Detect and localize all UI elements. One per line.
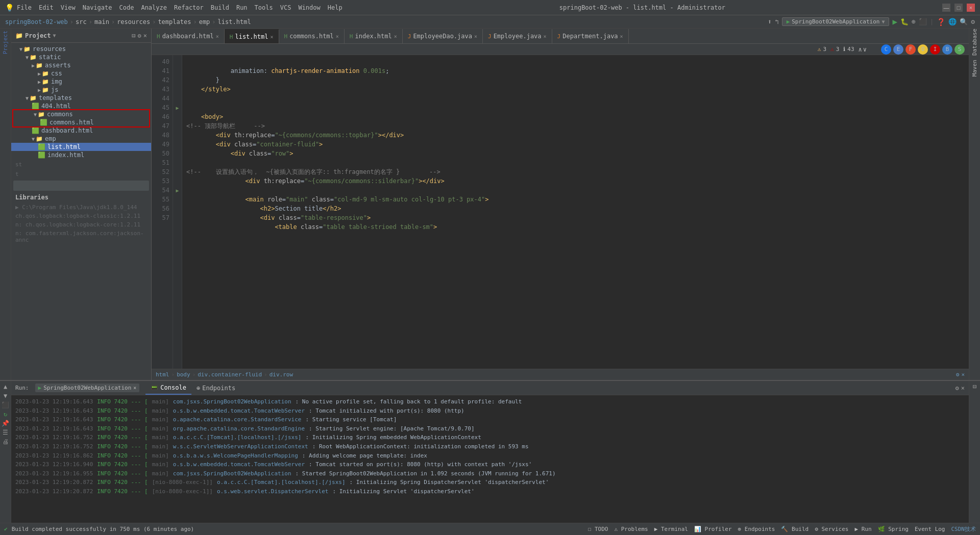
bottom-collapse-icon[interactable]: × <box>961 385 965 392</box>
breadcrumb-file[interactable]: list.html <box>218 18 251 26</box>
tab-index[interactable]: H index.html × <box>345 29 403 43</box>
menu-tools[interactable]: Tools <box>255 4 273 11</box>
explorer-icon[interactable]: I <box>930 44 940 55</box>
run-line-icon[interactable]: ▶ <box>176 105 179 111</box>
menu-file[interactable]: File <box>17 4 32 11</box>
brave-icon[interactable]: B <box>942 44 952 55</box>
tree-img[interactable]: ▶ 📁 img <box>11 78 151 86</box>
menu-help[interactable]: Help <box>328 4 342 11</box>
profiler-label[interactable]: 📊 Profiler <box>694 526 732 532</box>
tab-commons[interactable]: H commons.html × <box>279 29 345 43</box>
menu-navigate[interactable]: Navigate <box>83 4 112 11</box>
back-icon[interactable]: ↰ <box>775 18 779 26</box>
breadcrumb-main[interactable]: main <box>94 18 109 26</box>
prev-issue-icon[interactable]: ∧ <box>859 46 862 53</box>
tree-css[interactable]: ▶ 📁 css <box>11 69 151 78</box>
database-panel-label[interactable]: Database <box>971 29 978 60</box>
terminal-label[interactable]: ▶ Terminal <box>654 526 688 532</box>
close-tab-icon[interactable]: × <box>270 34 273 40</box>
tree-static[interactable]: ▼ 📁 static <box>11 53 151 61</box>
library-3[interactable]: n: ch.qos.logback:logback-core:1.2.11 <box>11 220 151 229</box>
endpoints-status-label[interactable]: ⊕ Endpoints <box>738 526 775 532</box>
debug-button[interactable]: 🐛 <box>900 18 909 26</box>
tree-dashboard[interactable]: 🟩 dashboard.html <box>11 126 151 135</box>
close-tab-icon[interactable]: × <box>474 34 477 39</box>
breadcrumb-emp[interactable]: emp <box>199 18 210 26</box>
close-button[interactable]: × <box>967 4 975 12</box>
tab-employeedao[interactable]: J EmployeeDao.java × <box>403 29 483 43</box>
menu-code[interactable]: Code <box>119 4 134 11</box>
library-1[interactable]: ▶ C:\Program Files\Java\jdk1.8.0_144 <box>11 203 151 212</box>
run-button[interactable]: ▶ <box>892 17 897 27</box>
tree-js[interactable]: ▶ 📁 js <box>11 86 151 94</box>
menu-run[interactable]: Run <box>236 4 248 11</box>
tree-emp[interactable]: ▼ 📁 emp <box>11 135 151 143</box>
tree-commons-html[interactable]: 🟩 commons.html <box>13 118 149 126</box>
maven-panel-label[interactable]: Maven <box>971 60 978 107</box>
spring-label[interactable]: 🌿 Spring <box>878 526 909 532</box>
close-tab-icon[interactable]: × <box>544 34 547 39</box>
run-app-close[interactable]: × <box>133 385 136 391</box>
coverage-button[interactable]: ⊕ <box>912 18 916 26</box>
menu-view[interactable]: View <box>61 4 76 11</box>
menu-edit[interactable]: Edit <box>39 4 54 11</box>
breadcrumb-settings-icon[interactable]: ⚙ <box>956 371 960 378</box>
code-content[interactable]: animation: chartjs-render-animation 0.00… <box>182 55 969 369</box>
tree-commons[interactable]: ▼ 📁 commons <box>13 110 149 118</box>
bottom-settings-icon[interactable]: ⚙ <box>955 385 959 392</box>
tab-console[interactable]: 📟 Console <box>145 381 191 395</box>
close-tab-icon[interactable]: × <box>336 34 339 39</box>
scroll-up-icon[interactable]: ▲ <box>4 383 7 390</box>
breadcrumb-src[interactable]: src <box>76 18 87 26</box>
tree-templates[interactable]: ▼ 📁 templates <box>11 94 151 102</box>
problems-label[interactable]: ⚠ Problems <box>614 526 648 532</box>
menu-build[interactable]: Build <box>211 4 229 11</box>
tab-dashboard[interactable]: H dashboard.html × <box>152 29 225 43</box>
opera-icon[interactable]: O <box>918 44 928 55</box>
tree-asserts[interactable]: ▶ 📁 asserts <box>11 61 151 69</box>
stop-run-icon[interactable]: ⬛ <box>2 401 9 409</box>
scroll-down-icon[interactable]: ▼ <box>4 392 7 399</box>
help-icon[interactable]: ❓ <box>937 18 945 26</box>
run-line-icon[interactable]: ▶ <box>176 188 179 193</box>
firefox-icon[interactable]: F <box>905 44 916 55</box>
stop-button[interactable]: ⬛ <box>919 18 927 26</box>
run-config-selector[interactable]: ▶ SpringBoot02WebApplication ▼ <box>782 17 890 26</box>
next-issue-icon[interactable]: ∨ <box>863 46 867 53</box>
menu-window[interactable]: Window <box>298 4 320 11</box>
tab-list[interactable]: H list.html × <box>225 29 279 43</box>
search-bar[interactable] <box>13 181 149 191</box>
chrome-icon[interactable]: C <box>881 44 891 55</box>
edge-icon[interactable]: E <box>893 44 903 55</box>
minimize-button[interactable]: — <box>942 4 950 12</box>
menu-refactor[interactable]: Refactor <box>174 4 204 11</box>
safari-icon[interactable]: S <box>954 44 965 55</box>
tab-employee[interactable]: J Employee.java × <box>483 29 552 43</box>
close-tab-icon[interactable]: × <box>620 34 623 39</box>
library-2[interactable]: ch.qos.logback:logback-classic:1.2.11 <box>11 212 151 220</box>
maximize-button[interactable]: □ <box>954 4 963 12</box>
tab-department[interactable]: J Department.java × <box>552 29 629 43</box>
close-tab-icon[interactable]: × <box>216 34 219 39</box>
pin-icon[interactable]: 📌 <box>2 420 9 427</box>
project-icon[interactable]: Project <box>2 31 9 54</box>
menu-vcs[interactable]: VCS <box>280 4 291 11</box>
project-dropdown[interactable]: ▼ <box>53 33 56 38</box>
print-icon[interactable]: 🖨 <box>3 438 9 445</box>
close-panel-icon[interactable]: × <box>143 32 147 39</box>
breadcrumb-resources[interactable]: resources <box>117 18 150 26</box>
menu-analyze[interactable]: Analyze <box>141 4 167 11</box>
build-status-label[interactable]: 🔨 Build <box>781 526 808 532</box>
search-icon[interactable]: 🔍 <box>960 18 968 26</box>
breadcrumb-div-container[interactable]: div.container-fluid <box>198 371 262 378</box>
tab-endpoints[interactable]: ⊕ Endpoints <box>191 381 240 395</box>
translate-icon[interactable]: 🌐 <box>948 18 957 26</box>
fold-icon[interactable]: ⊟ <box>973 383 976 390</box>
breadcrumb-project[interactable]: springBoot-02-web <box>5 18 68 26</box>
breadcrumb-div-row[interactable]: div.row <box>270 371 293 378</box>
services-label[interactable]: ⚙ Services <box>815 526 848 532</box>
event-log-label[interactable]: Event Log <box>915 526 945 532</box>
csdn-label[interactable]: CSDN技术 <box>951 525 976 533</box>
breadcrumb-body[interactable]: body <box>177 371 190 378</box>
tree-resources[interactable]: ▼ 📁 resources <box>11 45 151 53</box>
